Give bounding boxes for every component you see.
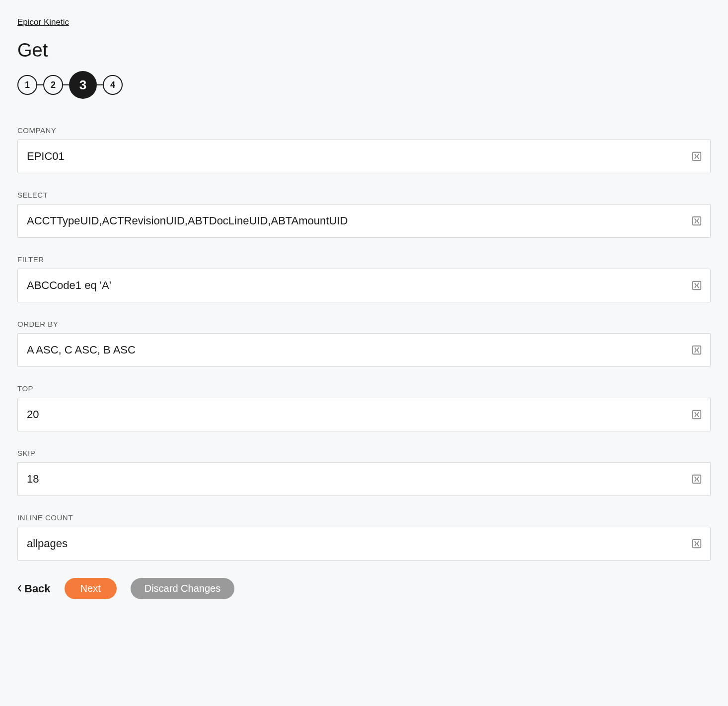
filter-label: FILTER	[17, 255, 711, 264]
variable-icon[interactable]	[691, 474, 702, 485]
field-company: COMPANY	[17, 126, 711, 173]
step-3[interactable]: 3	[69, 71, 97, 99]
skip-input-wrapper	[17, 462, 711, 496]
step-line	[37, 84, 43, 85]
variable-icon[interactable]	[691, 538, 702, 549]
top-label: TOP	[17, 384, 711, 393]
discard-button[interactable]: Discard Changes	[131, 578, 234, 599]
inlinecount-label: INLINE COUNT	[17, 513, 711, 522]
variable-icon[interactable]	[691, 409, 702, 420]
top-input-wrapper	[17, 398, 711, 431]
orderby-input-wrapper	[17, 333, 711, 367]
inlinecount-input-wrapper	[17, 527, 711, 561]
step-1[interactable]: 1	[17, 75, 37, 95]
back-button-label: Back	[24, 582, 51, 595]
back-button[interactable]: Back	[17, 582, 51, 595]
select-input-wrapper	[17, 204, 711, 238]
company-input-wrapper	[17, 140, 711, 173]
step-4[interactable]: 4	[103, 75, 123, 95]
step-line	[97, 84, 103, 85]
skip-label: SKIP	[17, 449, 711, 457]
breadcrumb[interactable]: Epicor Kinetic	[17, 17, 69, 27]
step-line	[63, 84, 69, 85]
orderby-input[interactable]	[18, 334, 691, 366]
chevron-left-icon	[17, 582, 22, 595]
field-select: SELECT	[17, 191, 711, 238]
field-skip: SKIP	[17, 449, 711, 496]
skip-input[interactable]	[18, 463, 691, 495]
filter-input[interactable]	[18, 269, 691, 302]
select-input[interactable]	[18, 205, 691, 237]
top-input[interactable]	[18, 398, 691, 431]
page-title: Get	[17, 40, 711, 61]
inlinecount-input[interactable]	[18, 527, 691, 560]
field-top: TOP	[17, 384, 711, 431]
select-label: SELECT	[17, 191, 711, 199]
variable-icon[interactable]	[691, 151, 702, 162]
company-input[interactable]	[18, 140, 691, 173]
field-inlinecount: INLINE COUNT	[17, 513, 711, 561]
orderby-label: ORDER BY	[17, 320, 711, 328]
variable-icon[interactable]	[691, 280, 702, 291]
button-row: Back Next Discard Changes	[17, 578, 711, 599]
step-2[interactable]: 2	[43, 75, 63, 95]
next-button[interactable]: Next	[65, 578, 117, 599]
field-filter: FILTER	[17, 255, 711, 302]
field-orderby: ORDER BY	[17, 320, 711, 367]
company-label: COMPANY	[17, 126, 711, 135]
variable-icon[interactable]	[691, 215, 702, 226]
variable-icon[interactable]	[691, 345, 702, 355]
stepper: 1 2 3 4	[17, 71, 711, 99]
filter-input-wrapper	[17, 269, 711, 302]
